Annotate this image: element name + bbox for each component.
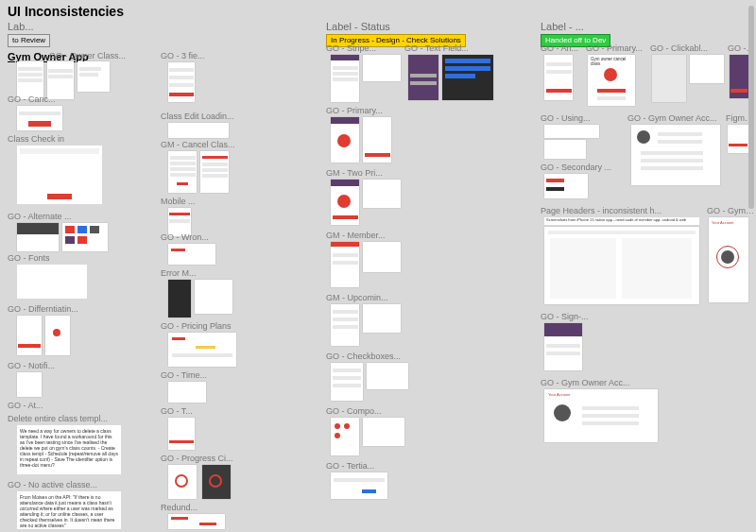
frame[interactable] (363, 304, 401, 333)
page-title: UI Inconsistencies (8, 4, 124, 19)
frame-note[interactable] (17, 265, 87, 299)
frame-title: GO - Primary... (586, 43, 652, 53)
frame[interactable] (168, 418, 195, 450)
frame-title: GO - Time... (161, 370, 227, 380)
frame[interactable] (544, 55, 573, 100)
frame[interactable] (331, 117, 359, 163)
frame-note[interactable]: From Moises on the API: "If there is no … (17, 491, 121, 529)
frame-title: GO - Pricing Plans (161, 321, 255, 331)
frame[interactable] (17, 223, 59, 251)
section-label-right: Label - ... (541, 21, 597, 32)
frame[interactable]: Gym owner cancel class (588, 55, 635, 106)
frame-title: GO - Alternate ... (8, 212, 93, 221)
frame-title: GM - Cancel Clas... (161, 140, 265, 149)
frame[interactable] (168, 514, 225, 529)
tag-to-review[interactable]: to Review (8, 34, 50, 47)
frame[interactable] (367, 363, 408, 389)
frame-title: GO - T... (161, 406, 208, 416)
frame[interactable] (168, 244, 215, 265)
frame[interactable] (363, 117, 391, 163)
frame[interactable] (17, 106, 62, 130)
frame[interactable] (331, 363, 363, 401)
frame-note[interactable]: Screenshots from iPhone 11 native app - … (544, 217, 699, 225)
frame-title: GO - Gym ownerP... (707, 206, 754, 215)
frame[interactable] (730, 55, 748, 98)
frame[interactable]: Your Account (544, 389, 658, 442)
frame[interactable] (690, 55, 724, 83)
frame-title: GO - Primary... (326, 106, 411, 115)
frame[interactable] (168, 382, 206, 403)
frame[interactable] (363, 242, 401, 272)
frame[interactable] (202, 465, 231, 499)
frame-title: GO - Progress Ci... (161, 454, 255, 463)
frame-note[interactable] (17, 146, 102, 204)
frame[interactable] (200, 151, 229, 193)
frame[interactable] (544, 140, 586, 159)
frame-title: Error M... (161, 268, 217, 278)
frame-title: GO - At... (8, 401, 55, 410)
frame-title: GO - Owner Class... (49, 51, 134, 60)
frame-title: Class Check in (8, 134, 83, 144)
frame[interactable] (363, 55, 401, 81)
frame[interactable]: Your Account (709, 217, 748, 302)
frame[interactable] (652, 55, 686, 102)
frame[interactable] (77, 61, 110, 92)
frame[interactable] (728, 125, 748, 153)
frame-title: GO - Tertia... (326, 461, 392, 471)
frame[interactable] (45, 316, 70, 355)
frame[interactable] (168, 151, 197, 193)
frame[interactable] (331, 472, 387, 499)
frame[interactable] (363, 180, 401, 208)
frame[interactable] (17, 316, 42, 355)
frame[interactable] (17, 372, 42, 397)
frame[interactable] (331, 180, 359, 225)
frame-title: GO - Wron... (161, 232, 227, 242)
frame[interactable] (363, 418, 404, 446)
frame-title: GO - Text Field... (404, 43, 490, 53)
frame[interactable] (631, 125, 720, 185)
frame[interactable] (544, 227, 699, 304)
frame-title: GM - Member... (326, 231, 411, 240)
frame-title: GO - No active classe... (8, 480, 130, 489)
frame-title: GO - Compo... (326, 406, 402, 416)
frame-title: GO - Canc... (8, 94, 74, 104)
frame-title: Class Edit Loadin... (161, 112, 265, 121)
frame-title: GO - Sign-... (541, 312, 607, 321)
frame[interactable] (17, 61, 43, 99)
frame[interactable] (442, 55, 493, 100)
frame[interactable] (544, 323, 582, 370)
frame[interactable] (168, 123, 229, 138)
frame-note[interactable]: We need a way for owners to delete a cla… (17, 425, 121, 474)
frame-title: GO - Stripe... (326, 43, 392, 53)
frame[interactable] (331, 242, 359, 287)
frame[interactable] (544, 174, 588, 198)
frame-title: GO - Notifi... (8, 361, 74, 370)
frame-title: Mobile ... (161, 197, 217, 206)
frame[interactable] (331, 418, 359, 455)
frame[interactable] (331, 304, 359, 346)
frame-title: GO - Secondary ... (541, 163, 635, 172)
frame[interactable] (168, 280, 191, 317)
frame[interactable] (168, 465, 197, 499)
frame[interactable] (62, 223, 108, 251)
frame[interactable] (47, 61, 74, 99)
frame-title: GO - Clickabl... (650, 43, 716, 53)
design-canvas[interactable]: UI Inconsistencies Lab... Label - Status… (0, 0, 756, 532)
frame[interactable] (168, 333, 236, 367)
frame-title: GO - Gym Owner Acc... (541, 378, 654, 387)
frame[interactable] (331, 55, 359, 102)
frame-title: GO - Gym Owner Acc... (627, 113, 741, 123)
frame[interactable] (168, 62, 195, 102)
frame-title: GO - Fonts (8, 253, 74, 263)
section-label-status: Label - Status (326, 21, 421, 32)
frame-title: Redund... (161, 503, 217, 512)
frame[interactable] (195, 280, 232, 314)
frame-title: Page Headers - inconsistent h... (541, 206, 701, 215)
frame[interactable] (544, 125, 599, 138)
frame-title: GO - Checkboxes... (326, 352, 421, 361)
vertical-scrollbar[interactable] (748, 6, 754, 209)
frame-title: GO - Differntiatin... (8, 304, 102, 314)
section-label-lab: Lab... (8, 21, 45, 32)
frame-title: Delete entire class templ... (8, 414, 140, 423)
frame[interactable] (408, 55, 438, 100)
